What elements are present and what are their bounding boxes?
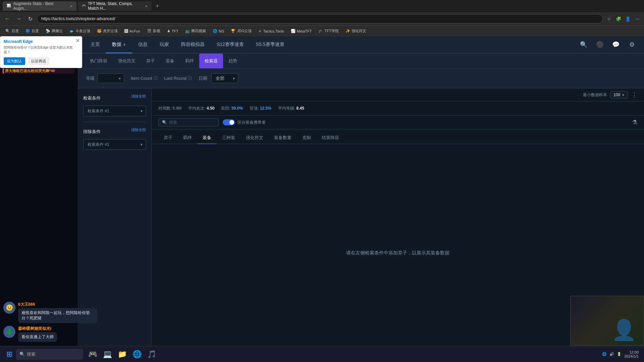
- bookmark-tengbo[interactable]: 📡 腾播云: [43, 28, 65, 34]
- sub-nav-bond[interactable]: 羁绊: [180, 54, 199, 68]
- carrier-toggle[interactable]: [223, 119, 235, 125]
- tab-bar: 📊 Augments Stats - Best Augm... ✕ 🎮 TFT …: [0, 0, 644, 12]
- back-button[interactable]: ←: [3, 14, 12, 23]
- item-count-info-icon[interactable]: ⓘ: [154, 75, 158, 81]
- item-count-label: Item Count ⓘ: [131, 75, 158, 81]
- sub-nav-trend[interactable]: 趋势: [223, 54, 243, 68]
- sub-nav-rune[interactable]: 强化符文: [113, 54, 141, 68]
- sub-nav-equipment[interactable]: 装备: [160, 54, 180, 68]
- bubble-avatar-2: 🌲: [3, 326, 15, 338]
- profile-button[interactable]: 👤: [624, 15, 632, 23]
- bookmark-tft[interactable]: ♟ TFT: [164, 28, 181, 34]
- bookmark-academy[interactable]: 🎓 TFT学院: [316, 28, 341, 34]
- bookmark-video[interactable]: 🎬 影视: [144, 28, 163, 34]
- taskbar: ⊞ 🔍 搜索 🎮 💻 📁 🌐 🎵 🌐 🔊 🔋 12:00 2024/1/1: [0, 346, 644, 362]
- taskbar-items: 🎮 💻 📁 🌐 🎵: [86, 348, 158, 361]
- nav-home[interactable]: 主页: [85, 36, 106, 53]
- bookmark-jdg[interactable]: 🏆 JDG云顶: [228, 28, 254, 34]
- avg-place-stat: 平均名次: 4.50: [188, 106, 214, 111]
- search-icon-btn[interactable]: 🔍: [578, 39, 589, 50]
- bookmark-ng[interactable]: 🌐 NG: [210, 28, 227, 34]
- filter-bar: 等级 Item Count ⓘ Last Round ⓘ 日期 全部: [78, 68, 644, 88]
- bookmark-tencent-video[interactable]: 📺 腾讯视频: [182, 28, 209, 34]
- tab-equip-count[interactable]: 装备数量: [269, 132, 297, 144]
- extensions-button[interactable]: 🧩: [614, 15, 623, 23]
- dismiss-button[interactable]: 以后再说: [28, 57, 49, 65]
- item-count-filter: Item Count ⓘ: [131, 75, 158, 81]
- taskbar-search[interactable]: 🔍 搜索: [16, 349, 83, 360]
- nav-s55[interactable]: S5.5赛季速查: [250, 36, 290, 53]
- bookmark-huya[interactable]: 🐯 虎牙云顶: [94, 28, 120, 34]
- taskbar-app-5[interactable]: 🎵: [145, 348, 158, 361]
- forward-button[interactable]: →: [14, 14, 23, 23]
- nav-info[interactable]: 信息: [132, 36, 154, 53]
- edge-banner-close-button[interactable]: ✕: [76, 38, 80, 43]
- search-input[interactable]: [169, 120, 209, 125]
- search-clear-btn[interactable]: 清除全部: [131, 94, 146, 99]
- taskbar-search-text: 搜索: [27, 351, 36, 357]
- bookmark-acfun[interactable]: 🅰 AcFun: [122, 28, 143, 34]
- exclude-clear-btn[interactable]: 清除全部: [131, 127, 146, 132]
- bookmark-tactics[interactable]: ⚔ Tactics.Tools: [256, 28, 286, 34]
- nav-s12[interactable]: S12赛季速查: [211, 36, 250, 53]
- tab-final-lineup[interactable]: 结算阵容: [316, 132, 344, 144]
- settings-icon-btn[interactable]: ⚙: [627, 39, 637, 50]
- tab2-close[interactable]: ✕: [145, 4, 148, 8]
- bubble-name-1: 6大王666: [18, 302, 97, 307]
- chat-bubbles-overlay: 😐 6大王666 难怪喜欢和阿陈一起玩，想阿陈给你垫分？死肥猪 🌲 森岭暖树她笑…: [3, 302, 97, 342]
- taskbar-app-1[interactable]: 🎮: [86, 348, 99, 361]
- last-round-label: Last Round ⓘ: [164, 75, 192, 81]
- options-row: 最小数据样本 100 ▼ ⋮: [152, 88, 644, 102]
- exclude-condition-select[interactable]: 检索条件 #1: [83, 139, 146, 150]
- last-round-info-icon[interactable]: ⓘ: [188, 75, 192, 81]
- search-row: 🔍 区分装备携带者 ⚗: [152, 116, 644, 129]
- chat-msg-3: 胖大海欧巴送出粉丝荧光棒*40: [3, 68, 74, 73]
- nav-data[interactable]: 数据 ▼: [106, 36, 132, 53]
- search-condition-select[interactable]: 检索条件 #1: [83, 106, 146, 116]
- taskbar-right: 🌐 🔊 🔋 12:00 2024/1/1: [602, 350, 641, 358]
- sub-nav-explorer[interactable]: 检索器: [199, 54, 223, 68]
- start-button[interactable]: ⊞: [3, 348, 16, 361]
- circle-icon-btn[interactable]: ⚫: [594, 39, 605, 50]
- taskbar-app-3[interactable]: 📁: [115, 348, 129, 361]
- taskbar-volume-icon: 🔊: [609, 352, 614, 356]
- date-filter: 日期 全部: [199, 73, 238, 83]
- taskbar-battery-icon: 🔋: [617, 352, 622, 356]
- discord-icon-btn[interactable]: 💬: [610, 39, 621, 50]
- settings-button[interactable]: ⋯: [633, 15, 641, 23]
- tab-bond[interactable]: 羁绊: [178, 132, 197, 144]
- tab1-close[interactable]: ✕: [70, 4, 72, 8]
- tier-select[interactable]: [97, 73, 124, 83]
- taskbar-app-2[interactable]: 💻: [101, 348, 114, 361]
- bubble-content-2: 森岭暖树她笑似光i 看你直播上了大师: [18, 326, 57, 342]
- tab-1[interactable]: 📊 Augments Stats - Best Augm... ✕: [3, 1, 76, 11]
- sub-nav-abandon[interactable]: 弃子: [141, 54, 160, 68]
- refresh-button[interactable]: ↻: [25, 14, 35, 23]
- bubble-avatar-1: 😐: [3, 302, 15, 314]
- bookmark-baidu1[interactable]: 🔍 百度: [3, 28, 21, 34]
- set-default-button[interactable]: 设为默认: [4, 57, 25, 65]
- tab-counter[interactable]: 克制: [297, 132, 316, 144]
- new-tab-button[interactable]: +: [153, 3, 162, 10]
- bubble-1: 😐 6大王666 难怪喜欢和阿陈一起玩，想阿陈给你垫分？死肥猪: [3, 302, 97, 323]
- top4-stat: 前四: 50.0%: [221, 106, 243, 111]
- tab-abandon[interactable]: 弃子: [158, 132, 178, 144]
- nav-player[interactable]: 玩家: [154, 36, 175, 53]
- tab-equipment[interactable]: 装备: [197, 132, 217, 144]
- star-button[interactable]: ☆: [605, 15, 613, 23]
- bookmark-baidu2[interactable]: 🔵 百度: [23, 28, 42, 34]
- bookmark-douyu[interactable]: 🐟 斗鱼云顶: [67, 28, 93, 34]
- taskbar-app-4[interactable]: 🌐: [130, 348, 144, 361]
- filter-icon-button[interactable]: ⚗: [632, 119, 637, 126]
- address-bar[interactable]: https://tactics.tools/zh/explorer-advanc…: [37, 14, 603, 23]
- nav-simulator[interactable]: 阵容模拟器: [175, 36, 211, 53]
- bookmark-rune[interactable]: ✨ 强化符文: [343, 28, 369, 34]
- tab-2[interactable]: 🎮 TFT Meta, Stats, Comps, Match H... ✕: [78, 1, 152, 11]
- tab-rune[interactable]: 强化符文: [240, 132, 269, 144]
- date-select[interactable]: 全部: [211, 73, 238, 83]
- sub-nav-hot[interactable]: 热门阵容: [85, 54, 113, 68]
- tab-three-equip[interactable]: 三种装: [217, 132, 240, 144]
- taskbar-date: 2024/1/1: [624, 354, 639, 358]
- bookmark-metatft[interactable]: 📈 MetaTFT: [288, 28, 315, 34]
- more-options-button[interactable]: ⋮: [631, 91, 637, 99]
